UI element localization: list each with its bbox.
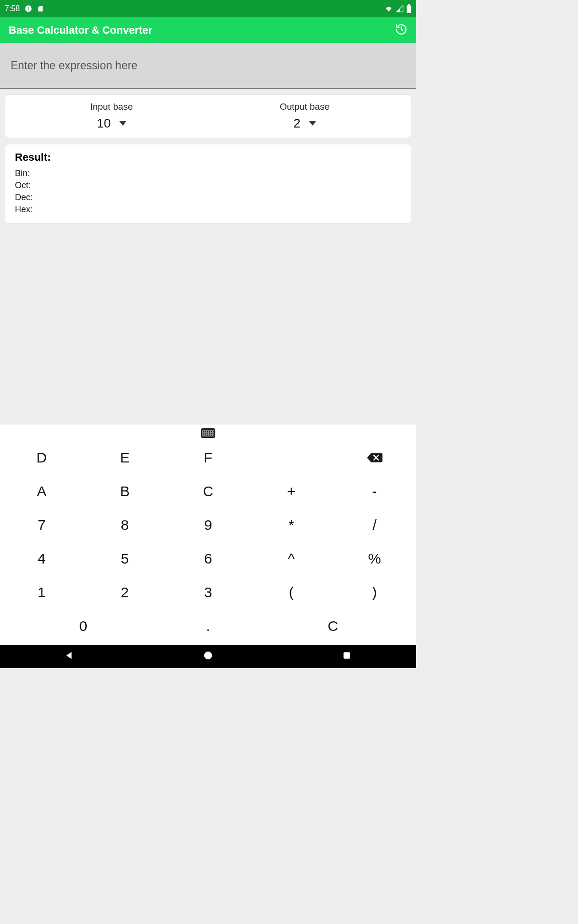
triangle-back-icon xyxy=(64,650,75,663)
key-c[interactable]: C xyxy=(250,609,416,643)
nav-home-button[interactable] xyxy=(201,650,215,663)
key-%[interactable]: % xyxy=(333,542,416,576)
nav-recent-button[interactable] xyxy=(340,650,354,663)
key-*[interactable]: * xyxy=(250,508,333,542)
output-base-select[interactable]: 2 xyxy=(293,116,315,131)
keypad: DEFABC+-789*/456^%123() 0.C xyxy=(0,424,416,645)
key-dot[interactable]: . xyxy=(167,609,250,643)
wifi-icon xyxy=(384,5,393,13)
key-8[interactable]: 8 xyxy=(83,508,167,542)
circle-home-icon xyxy=(203,650,213,663)
output-base-value: 2 xyxy=(293,116,300,131)
notification-icon xyxy=(25,5,32,13)
battery-icon xyxy=(407,4,411,13)
app-bar: Base Calculator & Converter xyxy=(0,17,416,43)
key-)[interactable]: ) xyxy=(333,576,416,609)
key--[interactable]: - xyxy=(333,475,416,508)
result-row-hex: Hex: xyxy=(15,205,401,215)
chevron-down-icon xyxy=(309,121,316,126)
key-7[interactable]: 7 xyxy=(0,508,83,542)
keyboard-toggle-button[interactable] xyxy=(201,428,215,438)
svg-point-2 xyxy=(28,10,29,11)
svg-rect-6 xyxy=(343,652,350,658)
key-+[interactable]: + xyxy=(250,475,333,508)
key-5[interactable]: 5 xyxy=(83,542,167,576)
sd-card-icon xyxy=(37,5,44,13)
key-3[interactable]: 3 xyxy=(167,576,250,609)
key-^[interactable]: ^ xyxy=(250,542,333,576)
result-row-dec: Dec: xyxy=(15,192,401,203)
svg-point-5 xyxy=(204,652,212,660)
key-c[interactable]: C xyxy=(167,475,250,508)
input-base-label: Input base xyxy=(15,102,208,112)
backspace-icon xyxy=(367,452,383,463)
key-0[interactable]: 0 xyxy=(0,609,167,643)
status-time: 7:58 xyxy=(5,4,20,13)
key-backspace[interactable] xyxy=(333,441,416,475)
result-row-oct: Oct: xyxy=(15,180,401,191)
result-label: Bin: xyxy=(15,168,30,178)
key-4[interactable]: 4 xyxy=(0,542,83,576)
key-6[interactable]: 6 xyxy=(167,542,250,576)
key-e[interactable]: E xyxy=(83,441,167,475)
svg-rect-3 xyxy=(407,5,411,13)
key-f[interactable]: F xyxy=(167,441,250,475)
key-d[interactable]: D xyxy=(0,441,83,475)
status-bar: 7:58 xyxy=(0,0,416,17)
history-button[interactable] xyxy=(395,23,407,38)
result-label: Hex: xyxy=(15,205,33,214)
base-selector-card: Input base 10 Output base 2 xyxy=(5,94,411,138)
result-row-bin: Bin: xyxy=(15,168,401,179)
signal-icon xyxy=(396,5,404,13)
nav-bar xyxy=(0,645,416,668)
svg-rect-1 xyxy=(28,7,28,9)
expression-input[interactable] xyxy=(0,43,416,89)
square-recent-icon xyxy=(342,651,352,662)
chevron-down-icon xyxy=(119,121,126,126)
key-([interactable]: ( xyxy=(250,576,333,609)
result-label: Dec: xyxy=(15,192,33,202)
result-title: Result: xyxy=(15,151,401,164)
nav-back-button[interactable] xyxy=(63,650,76,663)
svg-rect-4 xyxy=(408,4,410,5)
key-9[interactable]: 9 xyxy=(167,508,250,542)
result-label: Oct: xyxy=(15,180,31,190)
key-empty xyxy=(250,441,333,475)
input-base-value: 10 xyxy=(97,116,111,131)
result-card: Result: Bin: Oct: Dec: Hex: xyxy=(5,144,411,224)
page-title: Base Calculator & Converter xyxy=(9,24,152,37)
output-base-label: Output base xyxy=(208,102,401,112)
history-icon xyxy=(395,29,407,37)
key-2[interactable]: 2 xyxy=(83,576,167,609)
key-a[interactable]: A xyxy=(0,475,83,508)
key-/[interactable]: / xyxy=(333,508,416,542)
key-b[interactable]: B xyxy=(83,475,167,508)
key-1[interactable]: 1 xyxy=(0,576,83,609)
input-base-select[interactable]: 10 xyxy=(97,116,126,131)
